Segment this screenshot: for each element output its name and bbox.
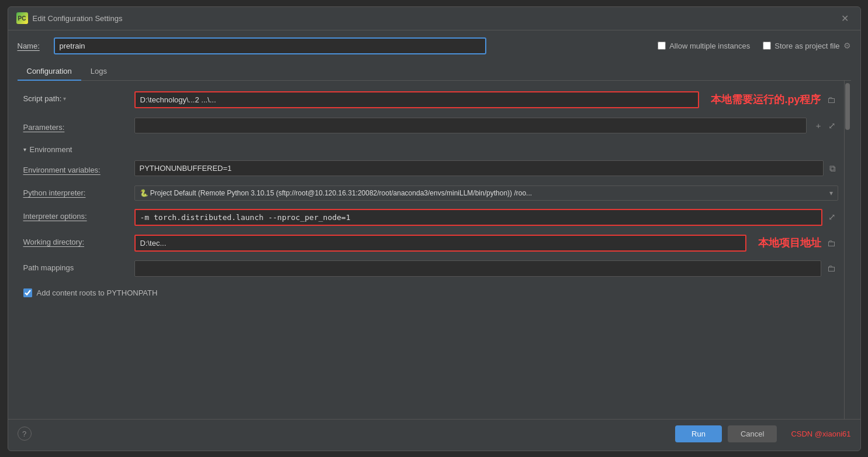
checkboxes-area: Allow multiple instances Store as projec… bbox=[658, 41, 850, 50]
env-variables-input[interactable] bbox=[134, 160, 824, 176]
environment-label: Environment bbox=[30, 145, 72, 154]
script-path-row: Script path: ▾ 本地需要运行的.py程序 🗀 bbox=[23, 91, 838, 109]
python-interpreter-row: Python interpreter: 🐍 Project Default (R… bbox=[23, 184, 838, 202]
scrollbar[interactable] bbox=[844, 81, 851, 419]
parameters-row: Parameters: + ⤢ bbox=[23, 117, 838, 135]
path-mappings-row: Path mappings 🗀 bbox=[23, 260, 838, 278]
store-as-project-label: Store as project file bbox=[774, 42, 839, 50]
environment-section-header: ▾ Environment bbox=[23, 143, 838, 154]
scrollbar-thumb bbox=[845, 83, 850, 130]
close-button[interactable]: ✕ bbox=[838, 12, 852, 25]
title-bar-left: PC Edit Configuration Settings bbox=[16, 12, 123, 24]
dialog-body: Name: Allow multiple instances Store as … bbox=[8, 30, 860, 419]
script-path-folder-icon[interactable]: 🗀 bbox=[825, 94, 838, 106]
form-area: Script path: ▾ 本地需要运行的.py程序 🗀 Parameters… bbox=[18, 81, 844, 419]
parameters-expand-icon[interactable]: ⤢ bbox=[826, 119, 838, 132]
script-path-text: Script path: bbox=[23, 94, 62, 103]
name-row: Name: Allow multiple instances Store as … bbox=[18, 37, 851, 54]
working-directory-input-wrap: 本地项目地址 🗀 bbox=[134, 235, 838, 252]
env-variables-copy-icon[interactable]: ⧉ bbox=[827, 162, 838, 175]
add-content-roots-row: Add content roots to PYTHONPATH bbox=[23, 288, 838, 297]
footer-right: Run Cancel CSDN @xiaoni61 bbox=[675, 425, 850, 442]
add-content-roots-label: Add content roots to PYTHONPATH bbox=[37, 288, 158, 297]
cancel-button[interactable]: Cancel bbox=[728, 425, 777, 442]
parameters-input[interactable] bbox=[134, 118, 807, 133]
path-mappings-label: Path mappings bbox=[23, 260, 134, 272]
tab-configuration[interactable]: Configuration bbox=[18, 63, 81, 81]
name-label: Name: bbox=[18, 42, 47, 50]
script-path-annotation: 本地需要运行的.py程序 bbox=[711, 92, 821, 106]
env-variables-input-wrap: ⧉ bbox=[134, 160, 838, 176]
allow-multiple-item: Allow multiple instances bbox=[658, 42, 750, 50]
interpreter-options-label: Interpreter options: bbox=[23, 209, 134, 221]
allow-multiple-label: Allow multiple instances bbox=[669, 42, 750, 50]
python-interpreter-value: 🐍 Project Default (Remote Python 3.10.15… bbox=[140, 189, 532, 197]
env-variables-row: Environment variables: ⧉ bbox=[23, 160, 838, 177]
dialog-footer: ? Run Cancel CSDN @xiaoni61 bbox=[8, 419, 860, 451]
working-directory-annotation: 本地项目地址 bbox=[758, 236, 821, 250]
working-directory-label: Working directory: bbox=[23, 235, 134, 246]
path-mappings-folder-icon[interactable]: 🗀 bbox=[825, 262, 838, 274]
working-directory-folder-icon[interactable]: 🗀 bbox=[825, 237, 838, 249]
parameters-add-icon[interactable]: + bbox=[814, 119, 824, 132]
python-interpreter-input-wrap: 🐍 Project Default (Remote Python 3.10.15… bbox=[134, 185, 838, 201]
interpreter-options-input[interactable] bbox=[134, 209, 822, 226]
gear-icon: ⚙ bbox=[843, 41, 851, 50]
app-icon: PC bbox=[16, 12, 28, 24]
name-input[interactable] bbox=[54, 37, 486, 54]
script-path-dropdown-arrow[interactable]: ▾ bbox=[63, 95, 66, 102]
store-as-project-checkbox[interactable] bbox=[763, 42, 771, 50]
environment-chevron[interactable]: ▾ bbox=[23, 146, 26, 153]
content-area: Script path: ▾ 本地需要运行的.py程序 🗀 Parameters… bbox=[18, 81, 851, 419]
dialog-title: Edit Configuration Settings bbox=[33, 14, 123, 23]
parameters-icons: + ⤢ bbox=[814, 119, 838, 132]
parameters-label: Parameters: bbox=[23, 120, 134, 132]
path-mappings-input[interactable] bbox=[134, 260, 821, 277]
add-content-roots-checkbox[interactable] bbox=[23, 288, 32, 297]
parameters-input-wrap: + ⤢ bbox=[134, 118, 838, 133]
working-directory-row: Working directory: 本地项目地址 🗀 bbox=[23, 235, 838, 252]
script-path-input[interactable] bbox=[134, 91, 700, 108]
interpreter-options-expand-icon[interactable]: ⤢ bbox=[826, 211, 838, 224]
python-interpreter-label: Python interpreter: bbox=[23, 188, 134, 197]
watermark: CSDN @xiaoni61 bbox=[791, 429, 850, 438]
env-variables-label: Environment variables: bbox=[23, 163, 134, 174]
script-path-input-wrap: 本地需要运行的.py程序 🗀 bbox=[134, 91, 838, 108]
title-bar: PC Edit Configuration Settings ✕ bbox=[8, 7, 860, 30]
allow-multiple-checkbox[interactable] bbox=[658, 42, 666, 50]
run-button[interactable]: Run bbox=[675, 425, 722, 442]
help-button[interactable]: ? bbox=[18, 427, 32, 441]
interpreter-options-input-wrap: ⤢ bbox=[134, 209, 838, 226]
store-as-project-item: Store as project file ⚙ bbox=[763, 41, 850, 50]
edit-config-dialog: PC Edit Configuration Settings ✕ Name: A… bbox=[8, 6, 861, 451]
tabs-row: Configuration Logs bbox=[18, 63, 851, 81]
python-interpreter-select[interactable]: 🐍 Project Default (Remote Python 3.10.15… bbox=[134, 185, 838, 201]
tab-logs[interactable]: Logs bbox=[81, 63, 116, 81]
script-path-label: Script path: ▾ bbox=[23, 91, 134, 103]
path-mappings-input-wrap: 🗀 bbox=[134, 260, 838, 277]
interpreter-options-row: Interpreter options: ⤢ bbox=[23, 209, 838, 226]
python-interpreter-arrow: ▾ bbox=[829, 189, 833, 197]
working-directory-input[interactable] bbox=[134, 235, 746, 252]
